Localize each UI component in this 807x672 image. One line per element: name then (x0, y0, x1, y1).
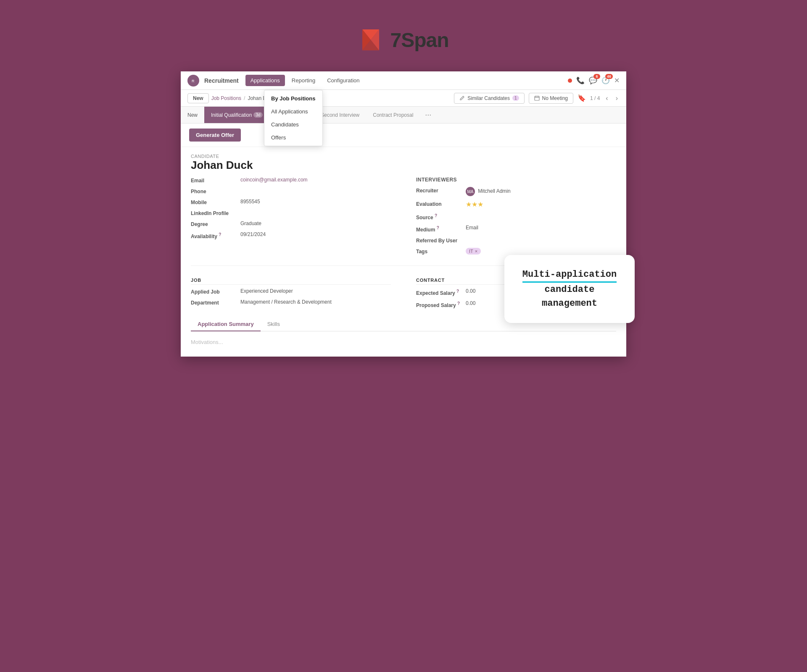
email-value[interactable]: coincoin@gmail.example.com (240, 177, 391, 183)
annotation-line1: Multi-application (522, 268, 617, 283)
linkedin-label: LinkedIn Profile (191, 210, 237, 216)
availability-value: 09/21/2024 (240, 231, 391, 237)
stage-badge: 3d (253, 112, 262, 118)
medium-value: Email (466, 225, 616, 231)
close-icon[interactable]: ✕ (614, 76, 620, 84)
status-dot (568, 79, 572, 83)
evaluation-stars[interactable]: ★★★ (466, 200, 483, 208)
department-label: Department (191, 299, 237, 306)
department-row: Department Management / Research & Devel… (191, 299, 391, 306)
nav-brand: Recruitment (204, 77, 239, 84)
phone-label: Phone (191, 188, 237, 194)
nav-item-applications[interactable]: Applications (245, 75, 285, 86)
recruiter-avatar: MA (466, 187, 475, 196)
similar-count-badge: 1 (512, 95, 519, 101)
top-nav: R Recruitment Applications Reporting Con… (181, 71, 626, 90)
applied-job-row: Applied Job Experienced Developer (191, 288, 391, 295)
breadcrumb-actions: Similar Candidates 1 No Meeting 🔖 1 / 4 … (454, 93, 620, 104)
calendar-icon (534, 95, 540, 101)
medium-help[interactable]: ? (437, 226, 439, 230)
tag-it: IT × (466, 248, 481, 255)
referred-field-row: Referred By User (416, 237, 616, 244)
clock-icon[interactable]: 🕐 46 (601, 76, 610, 84)
pipeline-bar: New Initial Qualification 3d First Inter… (181, 107, 626, 123)
next-button[interactable]: › (614, 94, 620, 102)
evaluation-field-row: Evaluation ★★★ (416, 200, 616, 208)
bookmark-icon[interactable]: 🔖 (578, 94, 586, 102)
degree-label: Degree (191, 220, 237, 227)
svg-rect-6 (535, 96, 539, 100)
recruiter-value: MA Mitchell Admin (466, 187, 616, 196)
tags-field-row: Tags IT × (416, 248, 616, 255)
proposed-salary-label: Proposed Salary ? (416, 300, 462, 308)
pagination-info: 1 / 4 (590, 95, 600, 101)
left-column: Email coincoin@gmail.example.com Phone M… (191, 177, 391, 259)
interviewers-section-label: Interviewers (416, 177, 616, 183)
stage-initial-qualification[interactable]: Initial Qualification 3d (204, 107, 269, 123)
candidate-header: Candidate Johan Duck (181, 147, 626, 172)
tag-remove[interactable]: × (475, 249, 477, 254)
phone-icon[interactable]: 📞 (576, 76, 585, 84)
medium-field-row: Medium ? Email (416, 225, 616, 233)
stage-new[interactable]: New (181, 107, 204, 123)
message-icon[interactable]: 💬 6 (589, 76, 597, 84)
motivations-placeholder[interactable]: Motivations... (191, 339, 223, 345)
dropdown-by-job-positions[interactable]: By Job Positions (264, 92, 322, 105)
action-bar: Generate Offer (181, 123, 626, 147)
breadcrumb-bar: New Job Positions / Johan Duck Similar C… (181, 90, 626, 107)
mobile-label: Mobile (191, 199, 237, 205)
mobile-value: 8955545 (240, 199, 391, 205)
candidate-label: Candidate (191, 154, 616, 159)
tabs-area: Application Summary Skills Motivations..… (181, 318, 626, 357)
nav-item-configuration[interactable]: Configuration (322, 75, 364, 86)
tab-content: Motivations... (191, 331, 616, 357)
no-meeting-button[interactable]: No Meeting (529, 93, 573, 104)
annotation-line2: candidate (545, 284, 595, 295)
expected-salary-help[interactable]: ? (456, 289, 459, 294)
dropdown-all-applications[interactable]: All Applications (264, 105, 322, 118)
referred-label: Referred By User (416, 237, 462, 244)
svg-text:R: R (192, 79, 195, 83)
clock-badge: 46 (605, 74, 613, 79)
department-value: Management / Research & Development (240, 299, 391, 305)
tags-value: IT × (466, 248, 616, 255)
pipeline-more[interactable]: ··· (420, 110, 436, 119)
message-badge: 6 (593, 74, 600, 79)
availability-help[interactable]: ? (219, 232, 221, 237)
prev-button[interactable]: ‹ (604, 94, 609, 102)
tag-label: IT (469, 249, 473, 254)
candidate-name: Johan Duck (191, 159, 616, 172)
dropdown-offers[interactable]: Offers (264, 131, 322, 144)
breadcrumb-parent[interactable]: Job Positions (211, 95, 241, 101)
logo-text: 7Span (390, 29, 448, 52)
annotation-card: Multi-application candidate management (504, 255, 635, 323)
medium-label: Medium ? (416, 225, 462, 233)
dropdown-candidates[interactable]: Candidates (264, 118, 322, 131)
applications-dropdown: By Job Positions All Applications Candid… (264, 90, 323, 146)
nav-logo: R (187, 75, 199, 87)
annotation-text: Multi-application candidate management (520, 268, 620, 310)
linkedin-field-row: LinkedIn Profile (191, 210, 391, 216)
breadcrumb-sep: / (244, 95, 245, 101)
generate-offer-button[interactable]: Generate Offer (189, 129, 241, 142)
source-label: Source ? (416, 213, 462, 220)
recruiter-label: Recruiter (416, 187, 462, 194)
tags-label: Tags (416, 248, 462, 255)
evaluation-label: Evaluation (416, 200, 462, 207)
similar-candidates-button[interactable]: Similar Candidates 1 (454, 93, 524, 104)
new-button[interactable]: New (187, 93, 209, 103)
browser-window: R Recruitment Applications Reporting Con… (181, 71, 626, 357)
nav-item-reporting[interactable]: Reporting (287, 75, 320, 86)
logo-icon (358, 25, 383, 55)
logo-area: 7Span (358, 0, 448, 71)
job-section: JOB Applied Job Experienced Developer De… (191, 271, 391, 312)
stage-contract-proposal[interactable]: Contract Proposal (366, 107, 420, 123)
tab-skills[interactable]: Skills (261, 318, 287, 331)
tab-application-summary[interactable]: Application Summary (191, 318, 261, 331)
edit-icon (459, 95, 465, 101)
proposed-salary-help[interactable]: ? (457, 301, 460, 306)
annotation-line3: management (542, 298, 597, 309)
source-help[interactable]: ? (435, 213, 437, 218)
mobile-field-row: Mobile 8955545 (191, 199, 391, 205)
degree-value: Graduate (240, 220, 391, 226)
